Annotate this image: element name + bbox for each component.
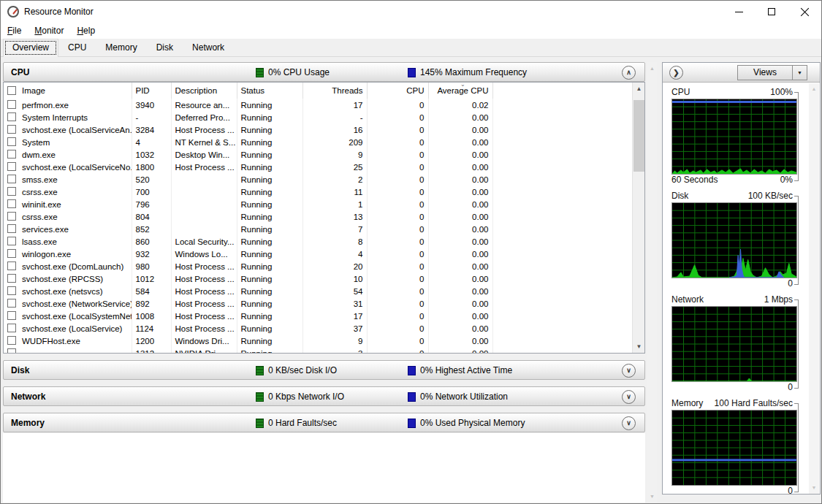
process-row[interactable]: csrss.exe700Running1100.00 <box>4 186 632 198</box>
tab-network[interactable]: Network <box>183 39 234 56</box>
row-checkbox[interactable] <box>7 137 16 146</box>
column-cpu[interactable]: CPU <box>367 83 428 99</box>
process-row[interactable]: csrss.exe804Running1300.00 <box>4 210 632 223</box>
process-row[interactable]: svchost.exe (RPCSS)1012Host Process ...R… <box>4 272 632 285</box>
row-checkbox[interactable] <box>7 100 16 109</box>
process-row[interactable]: svchost.exe (LocalService)1124Host Proce… <box>4 322 632 335</box>
cell-description: Host Process ... <box>171 285 237 297</box>
row-checkbox[interactable] <box>7 212 16 221</box>
process-row[interactable]: System Interrupts-Deferred Pro...Running… <box>4 111 632 123</box>
row-checkbox[interactable] <box>7 336 16 345</box>
tab-memory[interactable]: Memory <box>96 39 146 56</box>
cell-image: svchost.exe (netsvcs) <box>4 285 132 297</box>
row-checkbox[interactable] <box>7 162 16 171</box>
cell-pid: - <box>132 111 171 123</box>
process-row[interactable]: System4NT Kernel & S...Running20900.00 <box>4 136 632 148</box>
process-row[interactable]: wininit.exe796Running100.00 <box>4 198 632 210</box>
process-row[interactable]: svchost.exe (DcomLaunch)980Host Process … <box>4 260 632 272</box>
menu-file[interactable]: File <box>1 23 28 38</box>
cell-filler <box>492 186 632 198</box>
cell-description: Resource an... <box>171 99 237 111</box>
cpu-section-header[interactable]: CPU 0% CPU Usage 145% Maximum Frequency … <box>3 62 645 82</box>
views-dropdown-icon[interactable]: ▼ <box>792 66 807 80</box>
row-checkbox[interactable] <box>7 348 16 354</box>
process-row[interactable]: services.exe852Running700.00 <box>4 223 632 235</box>
process-row[interactable]: winlogon.exe932Windows Lo...Running400.0… <box>4 248 632 260</box>
row-checkbox[interactable] <box>7 286 16 295</box>
row-checkbox[interactable] <box>7 112 16 121</box>
network-expand-button[interactable]: ∨ <box>622 390 636 404</box>
cpu-chart-timespan-label: 60 Seconds <box>671 175 718 186</box>
cell-description: Windows Lo... <box>171 248 237 260</box>
row-checkbox[interactable] <box>7 175 16 183</box>
row-checkbox[interactable] <box>7 150 16 159</box>
menu-monitor[interactable]: Monitor <box>28 23 70 38</box>
column-average-cpu[interactable]: ⌄Average CPU <box>428 83 492 99</box>
tab-overview[interactable]: Overview <box>3 39 58 57</box>
disk-section-header[interactable]: Disk 0 KB/sec Disk I/O 0% Highest Active… <box>3 360 645 380</box>
cell-filler <box>492 235 632 248</box>
column-image[interactable]: Image <box>4 83 132 99</box>
row-checkbox[interactable] <box>7 311 16 320</box>
cell-threads: 31 <box>302 297 367 310</box>
panel-scroll-down-icon: ▼ <box>809 483 819 493</box>
menu-help[interactable]: Help <box>70 23 102 38</box>
process-row[interactable]: svchost.exe (LocalServiceNo...1800Host P… <box>4 161 632 173</box>
process-row[interactable]: WUDFHost.exe1200Windows Dri...Running900… <box>4 335 632 347</box>
maximize-icon <box>768 8 775 15</box>
column-threads[interactable]: Threads <box>302 83 367 99</box>
views-button[interactable]: Views ▼ <box>737 65 807 80</box>
title-bar: Resource Monitor <box>1 1 821 23</box>
table-scrollbar-thumb[interactable] <box>633 100 644 172</box>
maximize-button[interactable] <box>756 1 788 23</box>
minimize-button[interactable] <box>723 1 756 23</box>
row-checkbox[interactable] <box>7 187 16 196</box>
panel-expand-button[interactable]: ❯ <box>669 66 683 80</box>
column-status[interactable]: Status <box>237 83 302 99</box>
cell-image: svchost.exe (LocalServiceNo... <box>4 161 132 173</box>
close-icon <box>801 7 809 15</box>
scroll-up-icon[interactable]: ▲ <box>633 83 645 95</box>
process-row[interactable]: perfmon.exe3940Resource an...Running1700… <box>4 99 632 111</box>
row-checkbox[interactable] <box>7 249 16 258</box>
column-pid[interactable]: PID <box>132 83 171 99</box>
process-row[interactable]: svchost.exe (LocalSystemNet...1008Host P… <box>4 310 632 322</box>
row-checkbox[interactable] <box>7 274 16 283</box>
cell-cpu: 0 <box>367 210 428 223</box>
select-all-checkbox[interactable] <box>7 86 16 95</box>
cell-pid: 796 <box>132 198 171 210</box>
table-scrollbar[interactable]: ▲ ▼ <box>632 83 644 353</box>
cpu-frequency-swatch-icon <box>408 68 416 77</box>
row-checkbox[interactable] <box>7 199 16 208</box>
cell-avg_cpu: 0.00 <box>428 335 492 347</box>
memory-expand-button[interactable]: ∨ <box>622 416 636 430</box>
row-checkbox[interactable] <box>7 125 16 134</box>
scroll-down-icon[interactable]: ▼ <box>633 340 645 353</box>
process-row[interactable]: 1312NVIDIA Dri...Running300.00 <box>4 347 632 354</box>
memory-section-header[interactable]: Memory 0 Hard Faults/sec 0% Used Physica… <box>3 413 645 432</box>
process-row[interactable]: svchost.exe (netsvcs)584Host Process ...… <box>4 285 632 297</box>
row-checkbox[interactable] <box>7 299 16 308</box>
tab-cpu[interactable]: CPU <box>58 39 96 56</box>
column-description[interactable]: Description <box>171 83 237 99</box>
close-button[interactable] <box>788 1 821 23</box>
process-row[interactable]: dwm.exe1032Desktop Win...Running900.00 <box>4 148 632 161</box>
charts-panel-scrollbar[interactable]: ▲ ▼ <box>809 83 819 494</box>
tab-disk[interactable]: Disk <box>147 39 183 56</box>
cell-pid: 4 <box>132 136 171 148</box>
page-scrollbar[interactable]: ▲ ▼ <box>647 62 657 503</box>
cell-cpu: 0 <box>367 223 428 235</box>
disk-expand-button[interactable]: ∨ <box>622 364 636 378</box>
cell-cpu: 0 <box>367 198 428 210</box>
row-checkbox[interactable] <box>7 237 16 245</box>
process-row[interactable]: svchost.exe (NetworkService)892Host Proc… <box>4 297 632 310</box>
process-row[interactable]: smss.exe520Running200.00 <box>4 173 632 186</box>
cell-filler <box>492 347 632 354</box>
network-section-header[interactable]: Network 0 Kbps Network I/O 0% Network Ut… <box>3 386 645 406</box>
row-checkbox[interactable] <box>7 261 16 270</box>
process-row[interactable]: lsass.exe860Local Security...Running800.… <box>4 235 632 248</box>
row-checkbox[interactable] <box>7 324 16 332</box>
row-checkbox[interactable] <box>7 224 16 233</box>
cpu-collapse-button[interactable]: ∧ <box>622 66 636 80</box>
process-row[interactable]: svchost.exe (LocalServiceAn...3284Host P… <box>4 123 632 136</box>
